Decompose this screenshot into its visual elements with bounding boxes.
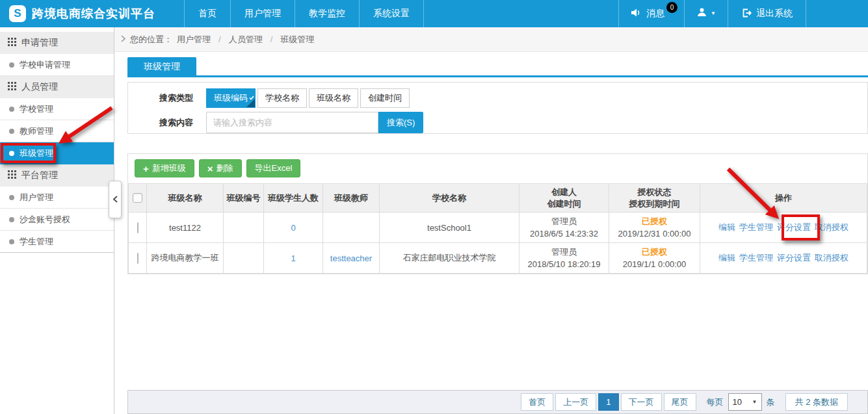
sidebar-header-application-management[interactable]: 申请管理 bbox=[0, 32, 114, 54]
sidebar-header-label: 人员管理 bbox=[21, 81, 58, 93]
user-menu-button[interactable]: ▼ bbox=[684, 0, 728, 27]
search-type-group: 班级编码 学校名称 班级名称 创建时间 bbox=[206, 88, 410, 108]
row-checkbox[interactable] bbox=[137, 253, 138, 264]
bullet-icon bbox=[9, 151, 14, 156]
nav-item-home[interactable]: 首页 bbox=[184, 0, 230, 27]
sidebar-header-personnel-management[interactable]: 人员管理 bbox=[0, 76, 114, 98]
sidebar-item-label: 班级管理 bbox=[20, 148, 53, 159]
plus-icon: + bbox=[143, 164, 149, 174]
delete-button[interactable]: × 删除 bbox=[199, 159, 242, 177]
sidebar-collapse-handle[interactable] bbox=[109, 181, 122, 218]
pagination-prev[interactable]: 上一页 bbox=[555, 393, 596, 411]
score-settings-link[interactable]: 评分设置 bbox=[777, 222, 811, 232]
speaker-icon bbox=[631, 8, 642, 19]
search-type-class-name[interactable]: 班级名称 bbox=[309, 88, 358, 108]
breadcrumb: 您的位置： 用户管理 / 人员管理 / 班级管理 bbox=[114, 27, 868, 52]
cancel-auth-link[interactable]: 取消授权 bbox=[815, 222, 848, 232]
breadcrumb-user-management[interactable]: 用户管理 bbox=[177, 34, 211, 45]
col-class-code: 班级编号 bbox=[224, 184, 264, 213]
sidebar-item-teacher-management[interactable]: 教师管理 bbox=[0, 120, 114, 142]
bullet-icon bbox=[9, 107, 14, 112]
sidebar-item-label: 教师管理 bbox=[20, 125, 53, 137]
class-code-cell bbox=[224, 213, 264, 243]
select-all-checkbox[interactable] bbox=[133, 193, 142, 203]
per-page-select[interactable]: 10 ▼ bbox=[728, 393, 762, 411]
brand-title: 跨境电商综合实训平台 bbox=[32, 6, 155, 21]
class-name-cell: test1122 bbox=[147, 213, 224, 243]
toolbar: + 新增班级 × 删除 导出Excel bbox=[128, 154, 867, 183]
main-content: 您的位置： 用户管理 / 人员管理 / 班级管理 班级管理 搜索类型 班级编码 … bbox=[114, 27, 868, 414]
search-type-create-time[interactable]: 创建时间 bbox=[360, 88, 410, 108]
col-class-name: 班级名称 bbox=[147, 184, 224, 213]
sidebar-header-label: 平台管理 bbox=[21, 170, 58, 181]
logout-button[interactable]: 退出系统 bbox=[728, 0, 806, 27]
sidebar-item-school-application[interactable]: 学校申请管理 bbox=[0, 54, 114, 76]
edit-link[interactable]: 编辑 bbox=[718, 253, 735, 263]
sidebar-header-label: 申请管理 bbox=[21, 37, 58, 49]
breadcrumb-separator: / bbox=[267, 34, 276, 44]
export-excel-button[interactable]: 导出Excel bbox=[246, 159, 301, 177]
nav-item-teaching-monitor[interactable]: 教学监控 bbox=[295, 0, 359, 27]
school-name-cell: testSchool1 bbox=[380, 213, 519, 243]
grid-icon bbox=[8, 82, 16, 92]
sidebar-item-label: 学校管理 bbox=[20, 103, 53, 115]
breadcrumb-prefix: 您的位置： bbox=[130, 34, 172, 45]
status-badge: 已授权 bbox=[609, 246, 700, 258]
caret-down-icon: ▼ bbox=[752, 399, 757, 405]
messages-button[interactable]: 消息 0 bbox=[618, 0, 684, 27]
bullet-icon bbox=[9, 62, 14, 68]
class-code-cell bbox=[224, 243, 264, 274]
pagination-next[interactable]: 下一页 bbox=[621, 393, 662, 411]
breadcrumb-class-management[interactable]: 班级管理 bbox=[280, 34, 314, 45]
tab-class-management[interactable]: 班级管理 bbox=[127, 57, 196, 75]
sidebar-item-user-management[interactable]: 用户管理 bbox=[0, 187, 114, 209]
edit-link[interactable]: 编辑 bbox=[718, 222, 735, 232]
sidebar-item-sandbox-account-auth[interactable]: 沙盒账号授权 bbox=[0, 209, 114, 231]
logout-label: 退出系统 bbox=[756, 8, 793, 19]
col-school-name: 学校名称 bbox=[380, 184, 519, 213]
per-page-control: 每页 10 ▼ 条 bbox=[707, 393, 775, 411]
tab-row: 班级管理 bbox=[127, 57, 868, 75]
status-badge: 已授权 bbox=[609, 215, 700, 227]
bullet-icon bbox=[9, 239, 14, 244]
sidebar-item-label: 学校申请管理 bbox=[20, 59, 70, 71]
sidebar-item-class-management[interactable]: 班级管理 bbox=[0, 142, 114, 164]
per-page-label: 每页 bbox=[707, 396, 724, 408]
class-teacher-link[interactable]: testteacher bbox=[330, 253, 372, 263]
tab-underline bbox=[127, 75, 868, 77]
pagination-last[interactable]: 尾页 bbox=[664, 393, 696, 411]
row-checkbox[interactable] bbox=[137, 222, 138, 233]
brand: S 跨境电商综合实训平台 bbox=[0, 0, 184, 27]
breadcrumb-personnel-management[interactable]: 人员管理 bbox=[229, 34, 263, 45]
grid-icon bbox=[8, 170, 16, 181]
table-header-row: 班级名称 班级编号 班级学生人数 班级教师 学校名称 创建人创建时间 授权状态授… bbox=[129, 184, 867, 213]
brand-logo-icon: S bbox=[9, 5, 26, 22]
search-type-label: 搜索类型 bbox=[128, 92, 193, 104]
auth-status-cell: 已授权 2019/1/1 0:00:00 bbox=[609, 243, 700, 274]
search-input[interactable] bbox=[206, 112, 378, 133]
pagination-first[interactable]: 首页 bbox=[521, 393, 553, 411]
pagination-page-1[interactable]: 1 bbox=[598, 393, 618, 411]
add-class-button[interactable]: + 新增班级 bbox=[135, 159, 194, 177]
nav-item-user-management[interactable]: 用户管理 bbox=[230, 0, 295, 27]
sidebar-item-school-management[interactable]: 学校管理 bbox=[0, 98, 114, 120]
nav-item-system-settings[interactable]: 系统设置 bbox=[359, 0, 424, 27]
select-all-cell bbox=[129, 184, 147, 213]
search-type-school-name[interactable]: 学校名称 bbox=[257, 88, 307, 108]
class-table: 班级名称 班级编号 班级学生人数 班级教师 学校名称 创建人创建时间 授权状态授… bbox=[128, 183, 867, 274]
score-settings-link[interactable]: 评分设置 bbox=[777, 253, 811, 263]
sidebar-item-label: 学生管理 bbox=[20, 236, 53, 248]
student-management-link[interactable]: 学生管理 bbox=[739, 222, 773, 232]
search-button[interactable]: 搜索(S) bbox=[378, 112, 423, 133]
student-count-link[interactable]: 1 bbox=[291, 253, 295, 263]
student-count-link[interactable]: 0 bbox=[291, 223, 295, 233]
search-type-class-code[interactable]: 班级编码 bbox=[206, 88, 256, 108]
student-management-link[interactable]: 学生管理 bbox=[739, 253, 773, 263]
cancel-auth-link[interactable]: 取消授权 bbox=[815, 253, 848, 263]
sidebar-header-platform-management[interactable]: 平台管理 bbox=[0, 164, 114, 187]
messages-count-badge: 0 bbox=[666, 2, 677, 13]
sidebar-item-student-management[interactable]: 学生管理 bbox=[0, 231, 114, 253]
x-icon: × bbox=[207, 164, 213, 174]
per-page-unit: 条 bbox=[767, 396, 775, 408]
class-name-cell: 跨境电商教学一班 bbox=[147, 243, 224, 274]
